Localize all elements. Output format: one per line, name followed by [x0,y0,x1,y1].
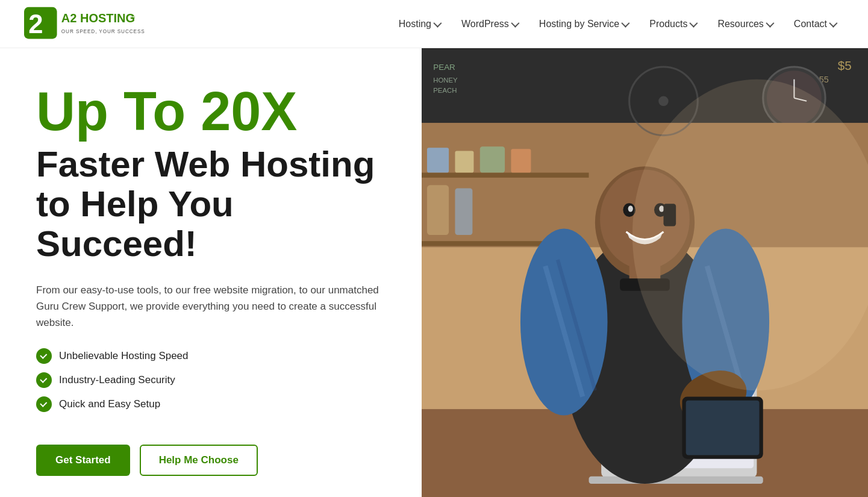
check-icon [36,396,52,412]
svg-text:HONEY: HONEY [433,77,458,84]
logo-area[interactable]: 2 A2 HOSTING ® OUR SPEED, YOUR SUCCESS [24,6,145,42]
chevron-down-icon [829,19,837,27]
nav-products[interactable]: Products [641,14,704,34]
hero-image: PEAR HONEY PEACH $5 55 [422,48,868,497]
get-started-button[interactable]: Get Started [36,445,130,476]
svg-rect-50 [686,401,760,455]
svg-rect-19 [427,148,449,172]
chevron-down-icon [433,19,442,27]
svg-text:OUR SPEED, YOUR SUCCESS: OUR SPEED, YOUR SUCCESS [61,29,145,34]
cta-buttons: Get Started Help Me Choose [36,445,386,476]
svg-point-26 [658,96,669,107]
hero-section: Up To 20X Faster Web Hosting to Help You… [0,48,868,497]
svg-text:A2 HOSTING: A2 HOSTING [61,11,135,25]
hero-headline-dark: Faster Web Hosting to Help You Succeed! [36,145,386,264]
svg-point-45 [628,205,633,211]
feature-item-setup: Quick and Easy Setup [36,396,386,412]
feature-list: Unbelievable Hosting Speed Industry-Lead… [36,348,386,420]
check-icon [36,348,52,364]
svg-rect-34 [589,477,763,484]
svg-text:$5: $5 [838,58,852,72]
svg-rect-22 [511,149,531,172]
svg-text:2: 2 [28,10,43,39]
feature-item-security: Industry-Leading Security [36,372,386,388]
feature-item-speed: Unbelievable Hosting Speed [36,348,386,364]
svg-rect-17 [422,173,589,178]
svg-rect-21 [480,146,505,172]
chevron-down-icon [622,19,630,27]
main-header: 2 A2 HOSTING ® OUR SPEED, YOUR SUCCESS H… [0,0,868,48]
logo[interactable]: 2 A2 HOSTING ® OUR SPEED, YOUR SUCCESS [24,6,145,42]
svg-text:PEACH: PEACH [433,87,457,94]
svg-rect-23 [427,185,449,235]
svg-rect-24 [455,188,472,234]
chevron-down-icon [511,19,519,27]
help-me-choose-button[interactable]: Help Me Choose [140,445,258,476]
svg-rect-20 [455,151,473,172]
nav-hosting-by-service[interactable]: Hosting by Service [531,14,636,34]
main-nav: Hosting WordPress Hosting by Service Pro… [390,14,844,34]
nav-resources[interactable]: Resources [709,14,780,34]
hero-photo: PEAR HONEY PEACH $5 55 [422,48,868,497]
chevron-down-icon [690,19,698,27]
nav-wordpress[interactable]: WordPress [453,14,526,34]
nav-contact[interactable]: Contact [785,14,844,34]
svg-text:PEAR: PEAR [433,63,455,72]
check-icon [36,372,52,388]
svg-text:®: ® [131,14,135,20]
hero-description: From our easy-to-use tools, to our free … [36,282,386,331]
hero-content: Up To 20X Faster Web Hosting to Help You… [0,48,422,497]
chevron-down-icon [766,19,774,27]
nav-hosting[interactable]: Hosting [390,14,448,34]
hero-headline-green: Up To 20X [36,84,386,139]
